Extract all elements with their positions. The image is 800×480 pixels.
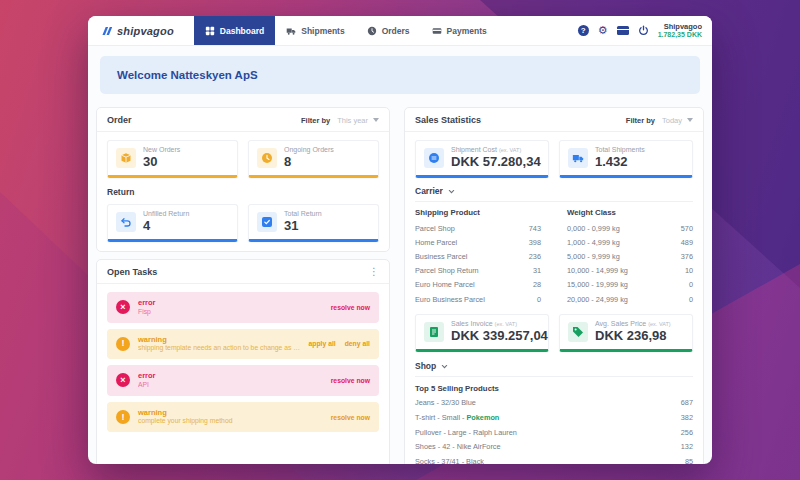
stat-value: 1.432 — [595, 154, 645, 169]
table-header: Weight Class — [567, 205, 693, 221]
warning-icon: ! — [116, 337, 130, 351]
stat-label: New Orders — [143, 146, 180, 153]
task-action-link[interactable]: resolve now — [331, 304, 370, 311]
task-description: Fisp — [138, 308, 323, 317]
top-products-table: Top 5 Selling Products Jeans - 32/30 Blu… — [415, 381, 693, 464]
stat-value: DKK 57.280,34 — [451, 154, 541, 169]
table-row: Parcel Shop743 — [415, 221, 541, 235]
task-row-warning: ! warning shipping template needs an act… — [107, 329, 379, 360]
table-row: Shoes - 42 - Nike AirForce132 — [415, 439, 693, 454]
navbar-right: ? ⚙ Shipvagoo 1.782,35 DKK — [578, 16, 712, 45]
progress-clock-icon — [261, 152, 273, 164]
welcome-banner: Welcome Natteskyen ApS — [100, 56, 700, 94]
stat-label: Avg. Sales Price — [595, 320, 646, 327]
return-check-icon — [261, 216, 273, 228]
task-action-link[interactable]: deny all — [345, 340, 370, 347]
task-action-link[interactable]: apply all — [308, 340, 335, 347]
table-row: T-shirt - Small - Pokemon382 — [415, 410, 693, 425]
filter-by-label: Filter by — [301, 116, 330, 125]
order-section-title: Order — [107, 115, 132, 125]
stat-label: Unfilled Return — [143, 210, 189, 217]
nav-item-shipments[interactable]: Shipments — [275, 16, 355, 45]
carrier-collapse[interactable]: Carrier — [415, 186, 693, 202]
return-section-title: Return — [107, 187, 379, 197]
table-row: 20,000 - 24,999 kg0 — [567, 292, 693, 306]
table-row: Home Parcel398 — [415, 235, 541, 249]
stat-label: Total Shipments — [595, 146, 645, 153]
settings-button[interactable]: ⚙ — [598, 25, 608, 36]
stat-suffix: (ex. VAT) — [648, 321, 670, 327]
table-row: Euro Business Parcel0 — [415, 292, 541, 306]
kebab-menu-icon[interactable]: ⋮ — [369, 267, 379, 277]
carrier-title: Carrier — [415, 186, 443, 196]
account-menu[interactable]: Shipvagoo 1.782,35 DKK — [658, 22, 702, 39]
nav-label: Payments — [447, 26, 487, 36]
unfilled-return-card: Unfilled Return 4 — [107, 204, 238, 242]
gear-icon: ⚙ — [598, 25, 608, 36]
task-description: complete your shipping method — [138, 417, 323, 426]
logout-button[interactable] — [638, 25, 649, 36]
wallet-card-icon — [617, 26, 629, 35]
sales-statistics-title: Sales Statistics — [415, 115, 481, 125]
credit-card-icon — [432, 26, 442, 36]
stat-label: Ongoing Orders — [284, 146, 334, 153]
stat-label: Total Return — [284, 210, 322, 217]
shop-title: Shop — [415, 361, 436, 371]
task-action-link[interactable]: resolve now — [331, 414, 370, 421]
sales-filter-select[interactable]: Today — [662, 116, 693, 125]
table-row: Jeans - 32/30 Blue687 — [415, 395, 693, 410]
task-row-warning: ! warning complete your shipping method … — [107, 402, 379, 433]
table-row: Pullover - Large - Ralph Lauren256 — [415, 425, 693, 440]
table-row: 1,000 - 4,999 kg489 — [567, 235, 693, 249]
sales-statistics-panel: Sales Statistics Filter by Today — [404, 107, 704, 464]
payment-card-button[interactable] — [617, 26, 629, 35]
new-orders-card: New Orders 30 — [107, 140, 238, 178]
nav-item-payments[interactable]: Payments — [421, 16, 498, 45]
nav-item-orders[interactable]: Orders — [356, 16, 421, 45]
stat-value: 30 — [143, 154, 180, 169]
stat-value: DKK 339.257,04 — [451, 328, 548, 343]
account-balance: 1.782,35 DKK — [658, 31, 702, 39]
stat-value: DKK 236,98 — [595, 328, 671, 343]
open-tasks-title: Open Tasks — [107, 267, 157, 277]
account-name: Shipvagoo — [658, 22, 702, 31]
truck-icon — [572, 152, 584, 164]
task-title: error — [138, 298, 323, 308]
app-logo[interactable]: shipvagoo — [100, 16, 174, 45]
table-row: 15,000 - 19,999 kg0 — [567, 278, 693, 292]
total-return-card: Total Return 31 — [248, 204, 379, 242]
stat-value: 8 — [284, 154, 334, 169]
sales-filter-value: Today — [662, 116, 682, 125]
stat-value: 4 — [143, 218, 189, 233]
chevron-down-icon — [448, 188, 455, 195]
order-filter-select[interactable]: This year — [337, 116, 379, 125]
stat-label: Shipment Cost — [451, 146, 497, 153]
truck-icon — [286, 26, 296, 36]
warning-icon: ! — [116, 410, 130, 424]
top-navbar: shipvagoo Dashboard Shipments Orders Pay… — [88, 16, 712, 46]
nav-item-dashboard[interactable]: Dashboard — [194, 16, 275, 45]
left-column: Order Filter by This year — [96, 107, 390, 464]
task-title: warning — [138, 335, 300, 345]
order-return-panel: Order Filter by This year — [96, 107, 390, 252]
dashboard-window: shipvagoo Dashboard Shipments Orders Pay… — [88, 16, 712, 464]
return-arrow-icon — [120, 216, 132, 228]
task-title: warning — [138, 408, 323, 418]
task-action-link[interactable]: resolve now — [331, 377, 370, 384]
task-row-error: × error Fisp resolve now — [107, 292, 379, 323]
task-description: API — [138, 381, 323, 390]
dashboard-content: Welcome Natteskyen ApS Order Filter by T… — [88, 46, 712, 464]
weight-class-table: Weight Class 0,000 - 0,999 kg570 1,000 -… — [567, 205, 693, 306]
coin-icon — [428, 152, 440, 164]
invoice-icon — [428, 326, 440, 338]
shop-collapse[interactable]: Shop — [415, 361, 693, 377]
nav-label: Shipments — [301, 26, 344, 36]
sales-invoice-card: Sales Invoice (ex. VAT) DKK 339.257,04 — [415, 314, 549, 352]
order-filter-value: This year — [337, 116, 368, 125]
table-row: Business Parcel236 — [415, 249, 541, 263]
stat-label: Sales Invoice — [451, 320, 493, 327]
help-button[interactable]: ? — [578, 25, 589, 36]
package-icon — [120, 152, 132, 164]
welcome-title: Welcome Natteskyen ApS — [117, 69, 258, 81]
right-column: Sales Statistics Filter by Today — [404, 107, 704, 464]
